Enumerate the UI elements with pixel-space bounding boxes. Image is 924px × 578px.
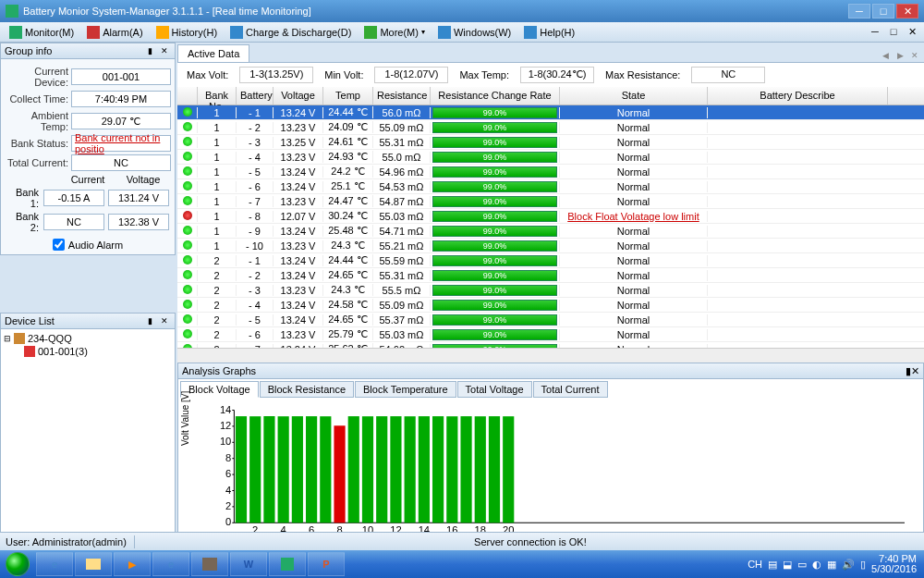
tray-icon[interactable]: ▯	[860, 559, 866, 571]
horizontal-scrollbar[interactable]	[177, 348, 924, 363]
next-icon[interactable]: ▶	[894, 49, 906, 62]
tab-active-data[interactable]: Active Data	[177, 44, 249, 62]
progress-bar: 99.0%	[432, 270, 557, 281]
value-collect-time: 7:40:49 PM	[71, 91, 171, 107]
taskbar-app1-icon[interactable]	[191, 552, 228, 576]
progress-bar: 99.0%	[432, 166, 557, 178]
cell: - 4	[237, 152, 274, 163]
taskbar-word-icon[interactable]: W	[230, 552, 267, 576]
mdi-maximize[interactable]: □	[885, 26, 902, 38]
menu-alarma[interactable]: Alarm(A)	[81, 24, 148, 41]
mdi-close[interactable]: ✕	[904, 26, 920, 38]
tray-network-icon[interactable]: ▦	[827, 559, 836, 571]
table-row[interactable]: 2- 313.23 V24.3 ℃55.5 mΩ99.0%Normal	[177, 283, 924, 298]
taskbar-ie2-icon[interactable]: e	[152, 552, 189, 576]
col-header[interactable]: Resistance	[373, 87, 431, 105]
table-row[interactable]: 2- 613.23 V25.79 ℃55.03 mΩ99.0%Normal	[177, 327, 924, 342]
col-header[interactable]: Voltage	[274, 87, 323, 105]
tray-language[interactable]: CH	[748, 559, 762, 570]
col-header[interactable]	[177, 87, 198, 105]
cell: 13.24 V	[274, 226, 323, 237]
menu-windowsw[interactable]: Windows(W)	[432, 24, 517, 41]
svg-rect-37	[503, 416, 514, 523]
cell: - 3	[237, 285, 274, 296]
pin-icon[interactable]: ▮	[143, 44, 156, 57]
menu-chargedischarged[interactable]: Charge & Discharge(D)	[225, 24, 357, 41]
taskbar-ppt-icon[interactable]: P	[308, 552, 345, 576]
cell: 55.31 mΩ	[373, 270, 431, 281]
table-row[interactable]: 1- 313.25 V24.61 ℃55.31 mΩ99.0%Normal	[177, 135, 924, 150]
menu-label: Charge & Discharge(D)	[246, 27, 351, 38]
system-tray[interactable]: CH ▤ ⬓ ▭ ◐ ▦ 🔊 ▯ 7:40 PM5/30/2016	[748, 554, 924, 574]
table-row[interactable]: 1- 613.24 V25.1 ℃54.53 mΩ99.0%Normal	[177, 179, 924, 194]
table-row[interactable]: 1- 113.24 V24.44 ℃56.0 mΩ99.0%Normal	[177, 105, 924, 120]
table-row[interactable]: 1- 713.23 V24.47 ℃54.87 mΩ99.0%Normal	[177, 194, 924, 209]
menu-morem[interactable]: More(M)▾	[359, 24, 431, 41]
taskbar-battery-icon[interactable]	[269, 552, 306, 576]
taskbar-ie-icon[interactable]: e	[36, 552, 73, 576]
menu-historyh[interactable]: History(H)	[151, 24, 224, 41]
table-row[interactable]: 1- 513.24 V24.2 ℃54.96 mΩ99.0%Normal	[177, 165, 924, 179]
close-button[interactable]: ✕	[896, 4, 918, 18]
prev-icon[interactable]: ◀	[879, 49, 892, 62]
close-panel-icon[interactable]: ✕	[911, 365, 919, 376]
tray-icon[interactable]: ▤	[768, 559, 777, 571]
cell: 25.79 ℃	[323, 328, 373, 340]
cell: 54.71 mΩ	[373, 226, 431, 237]
cell-state: Normal	[560, 285, 708, 296]
analysis-tab[interactable]: Block Resistance	[260, 381, 354, 398]
tree-node-root[interactable]: ⊟234-QQQ	[4, 332, 172, 345]
table-row[interactable]: 2- 113.24 V24.44 ℃55.59 mΩ99.0%Normal	[177, 253, 924, 268]
tray-volume-icon[interactable]: 🔊	[842, 559, 855, 571]
table-header: Bank No.BatteryVoltageTempResistanceResi…	[177, 87, 924, 105]
tray-icon[interactable]: ⬓	[783, 559, 792, 571]
cell: - 10	[237, 240, 274, 252]
cell-state: Normal	[560, 137, 708, 148]
progress-bar: 99.0%	[432, 240, 557, 252]
cell: 55.21 mΩ	[373, 240, 431, 252]
close-tab-icon[interactable]: ✕	[908, 49, 921, 62]
table-row[interactable]: 2- 213.24 V24.65 ℃55.31 mΩ99.0%Normal	[177, 268, 924, 283]
analysis-tab[interactable]: Total Voltage	[457, 381, 532, 398]
mdi-minimize[interactable]: ─	[867, 26, 883, 38]
table-row[interactable]: 1- 213.23 V24.09 ℃55.09 mΩ99.0%Normal	[177, 120, 924, 135]
pin-icon[interactable]: ▮	[143, 314, 156, 327]
audio-alarm-checkbox[interactable]	[53, 239, 65, 251]
cell: - 6	[237, 181, 274, 192]
col-header[interactable]: Battery Describe	[708, 87, 888, 105]
table-body[interactable]: 1- 113.24 V24.44 ℃56.0 mΩ99.0%Normal1- 2…	[177, 105, 924, 348]
tree-node-child[interactable]: 001-001(3)	[4, 345, 172, 358]
tray-icon[interactable]: ◐	[812, 559, 821, 571]
menu-label: History(H)	[172, 27, 218, 38]
table-row[interactable]: 2- 413.24 V24.58 ℃55.09 mΩ99.0%Normal	[177, 298, 924, 313]
taskbar-explorer-icon[interactable]	[75, 552, 112, 576]
close-panel-icon[interactable]: ✕	[158, 314, 171, 327]
col-header[interactable]: Resistance Change Rate	[431, 87, 560, 105]
close-panel-icon[interactable]: ✕	[158, 44, 171, 57]
tray-flag-icon[interactable]: ▭	[797, 559, 807, 571]
cell: 24.47 ℃	[323, 195, 373, 207]
col-header[interactable]: State	[560, 87, 708, 105]
start-button[interactable]	[0, 550, 35, 578]
maximize-button[interactable]: □	[872, 4, 894, 18]
table-row[interactable]: 2- 513.24 V24.65 ℃55.37 mΩ99.0%Normal	[177, 313, 924, 327]
label-max-volt: Max Volt:	[187, 69, 228, 80]
analysis-tab[interactable]: Block Voltage	[180, 381, 259, 398]
cell: 24.65 ℃	[323, 269, 373, 281]
menu-monitorm[interactable]: Monitor(M)	[4, 24, 79, 41]
cell: 13.24 V	[274, 166, 323, 178]
col-header[interactable]: Bank No.	[198, 87, 237, 105]
menu-helph[interactable]: Help(H)	[518, 24, 580, 41]
minimize-button[interactable]: ─	[848, 4, 870, 18]
analysis-tab[interactable]: Block Temperature	[355, 381, 456, 398]
table-row[interactable]: 1- 913.24 V25.48 ℃54.71 mΩ99.0%Normal	[177, 224, 924, 239]
main-tabs: Active Data ◀▶✕	[177, 43, 924, 63]
table-row[interactable]: 1- 413.23 V24.93 ℃55.0 mΩ99.0%Normal	[177, 150, 924, 165]
analysis-tab[interactable]: Total Current	[533, 381, 608, 398]
table-row[interactable]: 1- 1013.23 V24.3 ℃55.21 mΩ99.0%Normal	[177, 239, 924, 253]
taskbar-media-icon[interactable]: ▶	[114, 552, 151, 576]
col-header[interactable]: Battery	[237, 87, 274, 105]
table-row[interactable]: 1- 812.07 V30.24 ℃55.03 mΩ99.0%Block Flo…	[177, 209, 924, 224]
bar-chart: 024681012142468101214161820	[211, 402, 905, 545]
col-header[interactable]: Temp	[323, 87, 373, 105]
